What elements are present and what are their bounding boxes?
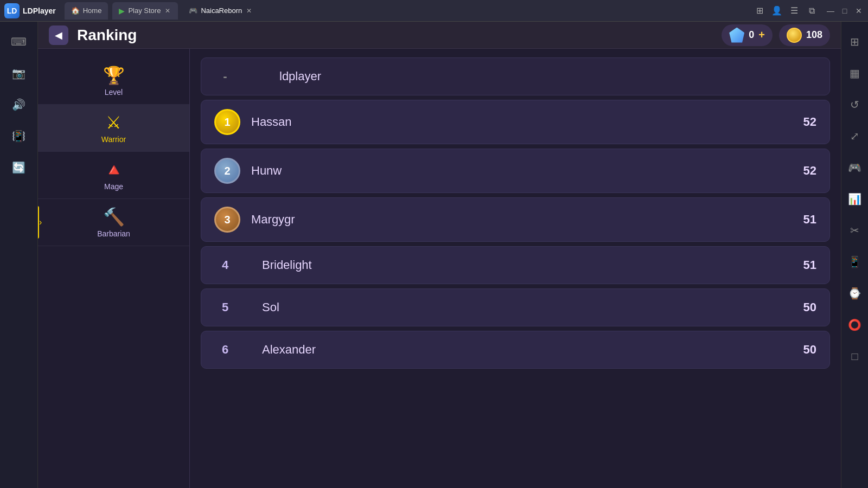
scissors-icon[interactable]: ✂ xyxy=(841,217,869,244)
page-title: Ranking xyxy=(77,27,722,44)
rank-6-score: 50 xyxy=(803,343,816,357)
back-button[interactable]: ◀ xyxy=(49,25,68,45)
gem-currency-box: 0 + xyxy=(722,24,773,46)
rotate-icon[interactable]: 🔄 xyxy=(5,154,33,181)
coin-value: 108 xyxy=(806,29,822,41)
shake-icon[interactable]: 📳 xyxy=(5,123,33,150)
sync-icon[interactable]: ↺ xyxy=(841,91,869,118)
trophy-icon: 🏆 xyxy=(103,65,125,86)
controller-icon[interactable]: 🎮 xyxy=(841,154,869,181)
rank-6-num: 6 xyxy=(214,343,236,357)
tab-home[interactable]: 🏠 Home xyxy=(65,2,108,20)
sword-icon: ⚔ xyxy=(106,112,122,133)
rank-1-name: Hassan xyxy=(251,115,803,129)
rank-4-score: 51 xyxy=(803,258,816,272)
tab-playstore-label: Play Store xyxy=(128,7,161,15)
tab-naicareborn-label: NaicaReborn xyxy=(201,7,242,15)
mage-hat-icon: 🔺 xyxy=(103,159,125,180)
currency-area: 0 + 108 xyxy=(722,24,830,46)
app-logo: LD LDPlayer xyxy=(4,3,56,18)
nav-label-mage: Mage xyxy=(104,182,123,191)
my-ranking-row: - ldplayer xyxy=(201,57,830,95)
rank-3-name: Margygr xyxy=(251,213,803,227)
rank-5-num: 5 xyxy=(214,300,236,314)
ranking-row-6: 6 Alexander 50 xyxy=(201,331,830,369)
rank-5-score: 50 xyxy=(803,300,816,314)
main-container: ⌨ 📷 🔊 📳 🔄 ◀ Ranking 0 + 108 xyxy=(0,22,868,488)
close-button[interactable]: ✕ xyxy=(854,6,864,16)
keyboard-icon[interactable]: ⌨ xyxy=(5,28,33,55)
multiwindow-icon[interactable]: ⧉ xyxy=(806,5,817,16)
analytics-icon[interactable]: 📊 xyxy=(841,185,869,213)
tab-home-label: Home xyxy=(83,7,102,15)
emulator-left-panel: ⌨ 📷 🔊 📳 🔄 xyxy=(0,22,38,488)
clock-icon[interactable]: ⌚ xyxy=(841,280,869,307)
rank-1-score: 52 xyxy=(803,115,816,129)
nav-item-level[interactable]: 🏆 Level xyxy=(38,57,189,105)
gem-icon xyxy=(729,28,744,43)
maximize-button[interactable]: □ xyxy=(840,6,850,16)
titlebar-controls: ⊞ 👤 ☰ ⧉ xyxy=(754,5,817,16)
nav-label-barbarian: Barbarian xyxy=(97,229,130,238)
volume-icon[interactable]: 🔊 xyxy=(5,91,33,118)
logo-icon: LD xyxy=(4,3,20,18)
nav-item-mage[interactable]: 🔺 Mage xyxy=(38,152,189,199)
medal-bronze: 3 xyxy=(214,207,240,233)
ranking-row-4: 4 Bridelight 51 xyxy=(201,246,830,284)
rank-3-score: 51 xyxy=(803,213,816,227)
ranking-row-1: 1 Hassan 52 xyxy=(201,100,830,144)
medal-gold: 1 xyxy=(214,109,240,135)
game-inner: 🏆 Level ⚔ Warrior 🔺 Mage › 🔨 Barbarian xyxy=(38,49,841,488)
rank-4-name: Bridelight xyxy=(262,258,803,272)
hammer-icon: 🔨 xyxy=(103,207,125,227)
menu-icon[interactable]: ☰ xyxy=(789,5,800,16)
game-top-bar: ◀ Ranking 0 + 108 xyxy=(38,22,841,49)
my-rank: - xyxy=(214,69,236,84)
app-name: LDPlayer xyxy=(23,7,56,15)
nav-item-barbarian[interactable]: › 🔨 Barbarian xyxy=(38,199,189,246)
tab-naicareborn[interactable]: 🎮 NaicaReborn ✕ xyxy=(182,2,259,20)
circle-icon[interactable]: ⭕ xyxy=(841,311,869,338)
apps-icon[interactable]: ⊞ xyxy=(841,28,869,55)
tab-playstore[interactable]: ▶ Play Store ✕ xyxy=(112,2,178,20)
screen-icon[interactable]: ⊞ xyxy=(754,5,765,16)
screenshot-icon[interactable]: 📷 xyxy=(5,60,33,87)
scroll-arrow-icon: › xyxy=(39,217,42,227)
gem-add-button[interactable]: + xyxy=(758,29,765,41)
medal-silver: 2 xyxy=(214,158,240,184)
ranking-row-2: 2 Hunw 52 xyxy=(201,149,830,193)
title-bar: LD LDPlayer 🏠 Home ▶ Play Store ✕ 🎮 Naic… xyxy=(0,0,868,22)
nav-label-level: Level xyxy=(105,88,123,97)
user-icon[interactable]: 👤 xyxy=(771,5,782,16)
phone-icon[interactable]: 📱 xyxy=(841,248,869,275)
my-name: ldplayer xyxy=(279,69,816,84)
tab-playstore-close[interactable]: ✕ xyxy=(164,7,171,15)
rank-5-name: Sol xyxy=(262,300,803,314)
window-controls: — □ ✕ xyxy=(826,6,864,16)
grid-icon[interactable]: ▦ xyxy=(841,60,869,87)
gem-value: 0 xyxy=(749,29,754,41)
tab-naicareborn-close[interactable]: ✕ xyxy=(245,7,253,15)
ranking-row-3: 3 Margygr 51 xyxy=(201,197,830,242)
minimize-button[interactable]: — xyxy=(826,6,835,16)
nav-item-warrior[interactable]: ⚔ Warrior xyxy=(38,105,189,152)
tab-home-icon: 🏠 xyxy=(71,7,80,15)
coin-icon xyxy=(787,28,802,43)
rank-6-name: Alexander xyxy=(262,343,803,357)
rank-4-num: 4 xyxy=(214,258,236,272)
expand-icon[interactable]: ⤢ xyxy=(841,123,869,150)
tab-naicareborn-icon: 🎮 xyxy=(189,7,197,15)
emulator-right-panel: ⊞ ▦ ↺ ⤢ 🎮 📊 ✂ 📱 ⌚ ⭕ □ xyxy=(841,22,868,488)
left-nav: 🏆 Level ⚔ Warrior 🔺 Mage › 🔨 Barbarian xyxy=(38,49,190,488)
nav-label-warrior: Warrior xyxy=(101,135,126,144)
game-area: ◀ Ranking 0 + 108 🏆 Le xyxy=(38,22,841,488)
ranking-row-5: 5 Sol 50 xyxy=(201,288,830,326)
square-icon[interactable]: □ xyxy=(841,343,869,370)
tab-playstore-icon: ▶ xyxy=(119,7,125,15)
ranking-content: - ldplayer 1 Hassan 52 2 Hunw 52 3 xyxy=(190,49,841,488)
rank-2-score: 52 xyxy=(803,164,816,178)
rank-2-name: Hunw xyxy=(251,164,803,178)
back-arrow-icon: ◀ xyxy=(55,29,62,41)
coin-currency-box: 108 xyxy=(779,24,830,46)
